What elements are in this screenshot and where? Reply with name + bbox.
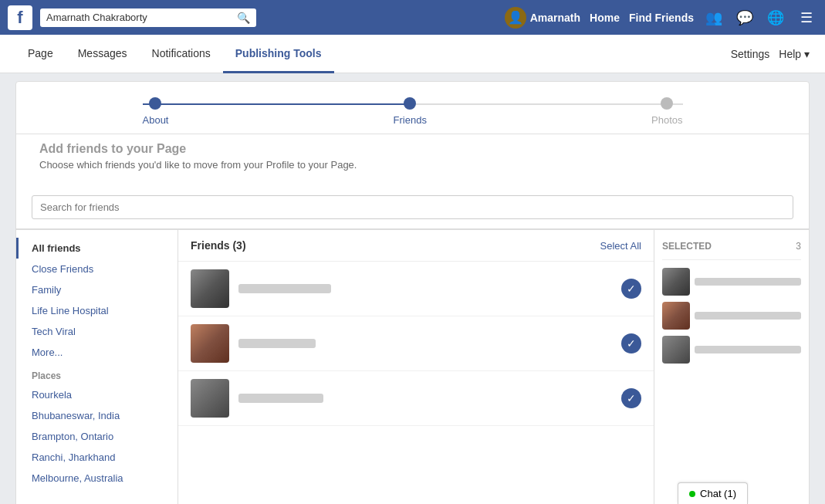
friend-avatar-img-3 [191, 379, 229, 418]
selected-panel: SELECTED 3 [654, 230, 809, 504]
friend-name-2 [238, 339, 316, 348]
search-friends-input[interactable] [32, 195, 793, 219]
menu-icon[interactable]: ☰ [796, 7, 817, 29]
chat-label: Chat (1) [700, 488, 736, 499]
tab-page[interactable]: Page [15, 35, 66, 73]
selected-count: 3 [796, 241, 801, 252]
messages-icon[interactable]: 💬 [734, 7, 756, 29]
secondary-nav-right: Settings Help [731, 48, 810, 60]
search-friends-area [16, 186, 809, 229]
step-label-friends: Friends [394, 114, 427, 126]
step-photos: Photos [651, 97, 682, 126]
friend-name-1 [238, 284, 331, 293]
progress-section: About Friends Photos [16, 82, 809, 134]
friend-avatar-2 [191, 324, 229, 363]
friend-avatar-3 [191, 379, 229, 418]
nav-right: 👤 Amarnath Home Find Friends 👥 💬 🌐 ☰ [505, 7, 817, 29]
friend-item-1[interactable]: ✓ [178, 262, 654, 316]
friend-avatar-img-2 [191, 324, 229, 363]
nav-home-link[interactable]: Home [590, 12, 620, 24]
step-label-about: About [143, 114, 169, 126]
selected-name-blur-3 [695, 346, 801, 353]
friend-item-3[interactable]: ✓ [178, 371, 654, 426]
selected-label: SELECTED [662, 241, 712, 252]
friends-section: All friends Close Friends Family Life Li… [16, 229, 809, 504]
sidebar-item-close-friends[interactable]: Close Friends [16, 259, 178, 279]
settings-button[interactable]: Settings [731, 48, 770, 60]
sidebar-item-brampton[interactable]: Brampton, Ontario [16, 426, 178, 447]
sidebar-item-ranchi[interactable]: Ranchi, Jharkhand [16, 447, 178, 468]
step-friends: Friends [394, 97, 427, 126]
tab-notifications[interactable]: Notifications [140, 35, 223, 73]
selected-avatar-2 [662, 302, 690, 330]
selected-avatar-1 [662, 268, 690, 296]
nav-username: Amarnath [530, 12, 580, 24]
friend-avatar-1 [191, 269, 229, 308]
friend-avatar-img-1 [191, 269, 229, 308]
nav-user[interactable]: 👤 Amarnath [505, 7, 580, 29]
add-friends-subtitle: Choose which friends you'd like to move … [39, 159, 786, 171]
facebook-logo: f [8, 5, 32, 30]
friend-check-1[interactable]: ✓ [621, 279, 641, 299]
friends-sidebar: All friends Close Friends Family Life Li… [16, 230, 178, 504]
selected-item-2 [662, 302, 801, 330]
add-friends-header: Add friends to your Page Choose which fr… [16, 134, 809, 186]
chat-status-dot [689, 491, 695, 497]
selected-header: SELECTED 3 [662, 238, 801, 260]
progress-steps: About Friends Photos [143, 97, 683, 126]
help-button[interactable]: Help [779, 48, 810, 60]
tab-messages[interactable]: Messages [66, 35, 140, 73]
selected-item-1 [662, 268, 801, 296]
places-section-label: Places [16, 363, 178, 384]
sidebar-item-family[interactable]: Family [16, 279, 178, 300]
friend-item-2[interactable]: ✓ [178, 316, 654, 371]
step-about: About [143, 97, 169, 126]
friends-icon[interactable]: 👥 [703, 7, 725, 29]
selected-name-blur-1 [695, 278, 801, 286]
friends-list-wrapper: Friends (3) Select All ✓ ✓ [178, 230, 654, 504]
friend-name-3 [238, 394, 323, 403]
sidebar-item-tech-viral[interactable]: Tech Viral [16, 321, 178, 342]
chat-button[interactable]: Chat (1) [678, 482, 748, 504]
search-input[interactable] [46, 12, 232, 23]
friends-list-header: Friends (3) Select All [178, 230, 654, 262]
nav-find-friends-link[interactable]: Find Friends [629, 12, 694, 24]
step-dot-about [149, 97, 161, 110]
add-friends-title: Add friends to your Page [39, 142, 786, 156]
sidebar-item-melbourne[interactable]: Melbourne, Australia [16, 468, 178, 489]
search-bar[interactable]: 🔍 [40, 8, 256, 27]
friend-check-2[interactable]: ✓ [621, 333, 641, 353]
top-navbar: f 🔍 👤 Amarnath Home Find Friends 👥 💬 🌐 ☰ [0, 0, 825, 35]
sidebar-item-rourkela[interactable]: Rourkela [16, 384, 178, 405]
selected-item-3 [662, 336, 801, 364]
secondary-navbar: Page Messages Notifications Publishing T… [0, 35, 825, 73]
tab-publishing-tools[interactable]: Publishing Tools [223, 35, 334, 73]
select-all-button[interactable]: Select All [600, 240, 641, 252]
sidebar-item-life-line[interactable]: Life Line Hospital [16, 300, 178, 321]
globe-icon[interactable]: 🌐 [765, 7, 786, 29]
avatar: 👤 [505, 7, 526, 29]
step-dot-friends [404, 97, 416, 110]
step-label-photos: Photos [651, 114, 682, 126]
search-icon: 🔍 [237, 12, 250, 24]
main-content: About Friends Photos Add friends to your… [15, 81, 810, 504]
progress-bar: About Friends Photos [143, 97, 683, 126]
sidebar-item-more[interactable]: More... [16, 342, 178, 363]
selected-avatar-3 [662, 336, 690, 364]
selected-name-blur-2 [695, 312, 801, 320]
friend-check-3[interactable]: ✓ [621, 388, 641, 408]
sidebar-item-all-friends[interactable]: All friends [16, 238, 178, 259]
step-dot-photos [661, 97, 673, 110]
friends-list-title: Friends (3) [191, 239, 246, 252]
sidebar-item-bhubaneswar[interactable]: Bhubaneswar, India [16, 405, 178, 426]
